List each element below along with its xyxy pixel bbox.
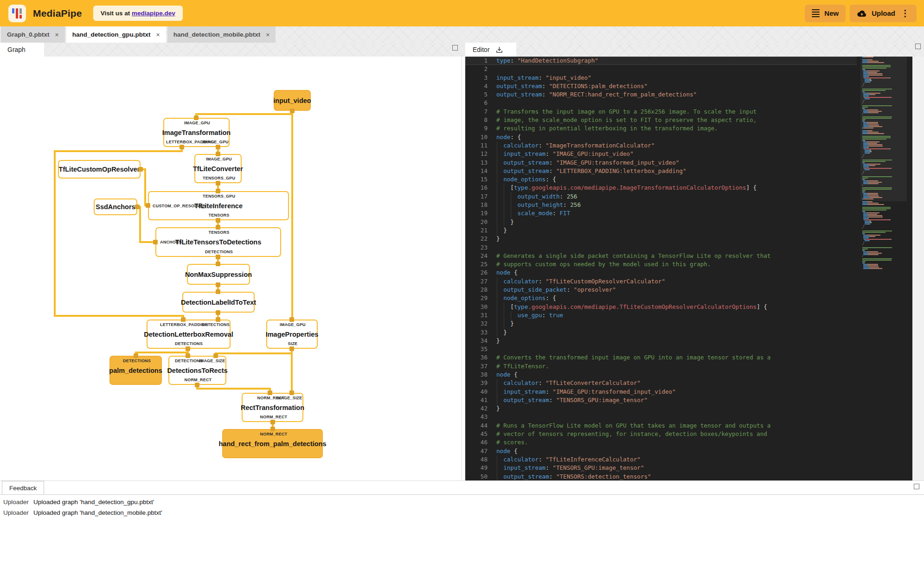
tab-editor[interactable]: Editor bbox=[465, 43, 516, 57]
graph-node-ssd_anchors[interactable]: SsdAnchors bbox=[94, 198, 137, 215]
expand-feedback-panel-icon[interactable] bbox=[914, 484, 919, 489]
file-tab-Graph_0-pbtxt[interactable]: Graph_0.pbtxt× bbox=[1, 26, 65, 43]
code-line-7: 7# Transforms the input image on GPU to … bbox=[465, 108, 857, 116]
graph-node-tflite_inference[interactable]: TfLiteInferenceTENSORS_GPUCUSTOM_OP_RESO… bbox=[148, 191, 289, 220]
code-line-3: 3input_stream: "input_video" bbox=[465, 74, 857, 82]
minimap[interactable] bbox=[862, 57, 905, 480]
port-label: TENSORS_GPU bbox=[203, 176, 235, 180]
graph-node-image_properties[interactable]: ImagePropertiesIMAGE_GPUSIZE bbox=[266, 320, 318, 349]
line-number: 39 bbox=[465, 379, 488, 387]
minimap-line bbox=[862, 215, 905, 216]
line-number: 36 bbox=[465, 353, 488, 362]
code-line-26: 26node { bbox=[465, 269, 857, 277]
graph-node-input_video[interactable]: input_video bbox=[274, 90, 311, 111]
file-tab-hand_detection_gpu-pbtxt[interactable]: hand_detection_gpu.pbtxt× bbox=[66, 26, 166, 43]
node-title: hand_rect_from_palm_detections bbox=[218, 440, 326, 448]
code-line-48: 48 calculator: "TfLiteInferenceCalculato… bbox=[465, 455, 857, 464]
app-header: MediaPipe Visit us at mediapipe.dev New … bbox=[0, 0, 924, 26]
expand-graph-panel-icon[interactable] bbox=[452, 45, 458, 51]
line-number: 20 bbox=[465, 218, 488, 226]
new-button[interactable]: New bbox=[805, 5, 846, 22]
file-tab-hand_detection_mobile-pbtxt[interactable]: hand_detection_mobile.pbtxt× bbox=[167, 26, 276, 43]
graph-node-tflite_tensors_to_detections[interactable]: TfLiteTensorsToDetectionsTENSORSANCHORSD… bbox=[155, 227, 281, 257]
graph-node-non_max_suppression[interactable]: NonMaxSuppression bbox=[187, 264, 250, 285]
minimap-line bbox=[862, 239, 905, 240]
code-line-40: 40 input_stream: "IMAGE_GPU:transformed_… bbox=[465, 388, 857, 396]
upload-menu-kebab-icon[interactable]: ⋮ bbox=[901, 8, 910, 19]
graph-edge bbox=[144, 168, 146, 206]
code-line-22: 22} bbox=[465, 235, 857, 243]
minimap-line bbox=[862, 247, 905, 248]
new-button-label: New bbox=[824, 9, 839, 17]
upload-button[interactable]: Upload ⋮ bbox=[850, 5, 917, 22]
port-label: LETTERBOX_PADDING bbox=[160, 322, 208, 327]
feedback-message: Uploaded graph 'hand_detection_gpu.pbtxt… bbox=[33, 499, 154, 506]
code-line-19: 19 scale_mode: FIT bbox=[465, 209, 857, 218]
line-number: 32 bbox=[465, 320, 488, 328]
download-graph-icon[interactable] bbox=[495, 45, 504, 54]
graph-node-detection_label_id_to_text[interactable]: DetectionLabelIdToText bbox=[182, 292, 255, 313]
line-number: 40 bbox=[465, 388, 488, 396]
code-line-43: 43 bbox=[465, 413, 857, 421]
code-line-25: 25# supports custom ops needed by the mo… bbox=[465, 260, 857, 269]
line-number: 44 bbox=[465, 422, 488, 430]
code-line-18: 18 output_height: 256 bbox=[465, 201, 857, 209]
node-port bbox=[216, 317, 220, 322]
minimap-line bbox=[862, 258, 905, 259]
graph-node-image_transformation[interactable]: ImageTransformationIMAGE_GPULETTERBOX_PA… bbox=[163, 118, 230, 147]
graph-node-tflite_custom_op_resolver[interactable]: TfLiteCustomOpResolver bbox=[58, 160, 141, 179]
graph-node-rect_transformation[interactable]: RectTransformationNORM_RECTIMAGE_SIZENOR… bbox=[242, 393, 303, 422]
close-tab-icon[interactable]: × bbox=[266, 31, 270, 38]
line-number: 11 bbox=[465, 141, 488, 150]
node-title: ImageTransformation bbox=[162, 129, 231, 136]
minimap-line bbox=[862, 267, 905, 268]
minimap-line bbox=[862, 228, 905, 229]
graph-edge bbox=[54, 150, 183, 152]
graph-canvas[interactable]: input_videoImageTransformationIMAGE_GPUL… bbox=[0, 57, 462, 480]
code-area[interactable]: 1type: "HandDetectionSubgraph"23input_st… bbox=[465, 57, 857, 480]
close-tab-icon[interactable]: × bbox=[156, 31, 160, 38]
node-port bbox=[138, 167, 143, 172]
graph-node-tflite_converter[interactable]: TfLiteConverterIMAGE_GPUTENSORS_GPU bbox=[194, 154, 242, 183]
node-port bbox=[180, 145, 184, 149]
app-title: MediaPipe bbox=[33, 8, 82, 19]
close-tab-icon[interactable]: × bbox=[55, 31, 59, 38]
code-line-11: 11 calculator: "ImageTransformationCalcu… bbox=[465, 141, 857, 150]
graph-node-detection_letterbox_removal[interactable]: DetectionLetterboxRemovalLETTERBOX_PADDI… bbox=[147, 320, 231, 349]
feedback-panel: Feedback UploaderUploaded graph 'hand_de… bbox=[0, 480, 924, 576]
graph-node-palm_detections[interactable]: palm_detectionsDETECTIONS bbox=[109, 356, 162, 385]
code-line-32: 32 } bbox=[465, 320, 857, 328]
editor-panel: 1type: "HandDetectionSubgraph"23input_st… bbox=[465, 57, 912, 480]
line-number: 29 bbox=[465, 294, 488, 302]
port-label: TENSORS bbox=[209, 230, 230, 235]
code-line-38: 38node { bbox=[465, 371, 857, 379]
minimap-line bbox=[862, 230, 905, 231]
node-port bbox=[289, 317, 294, 322]
code-line-24: 24# Generates a single side packet conta… bbox=[465, 252, 857, 260]
code-line-33: 33 } bbox=[465, 328, 857, 337]
code-line-49: 49 input_stream: "TENSORS_GPU:image_tens… bbox=[465, 464, 857, 472]
expand-editor-panel-icon[interactable] bbox=[915, 44, 921, 49]
node-port bbox=[289, 390, 294, 395]
minimap-line bbox=[862, 268, 905, 269]
line-number: 9 bbox=[465, 124, 488, 133]
line-number: 37 bbox=[465, 362, 488, 371]
mediapipe-logo-icon bbox=[8, 5, 26, 22]
line-number: 14 bbox=[465, 167, 488, 175]
graph-node-hand_rect_from_palm_detections[interactable]: hand_rect_from_palm_detectionsNORM_RECT bbox=[222, 429, 323, 458]
tab-feedback[interactable]: Feedback bbox=[2, 481, 44, 494]
tab-graph[interactable]: Graph bbox=[0, 43, 44, 57]
file-tab-label: Graph_0.pbtxt bbox=[7, 31, 50, 38]
graph-edge bbox=[291, 348, 293, 394]
code-line-41: 41 output_stream: "TENSORS_GPU:image_ten… bbox=[465, 396, 857, 404]
code-line-8: 8# image, the scale_mode option is set t… bbox=[465, 116, 857, 124]
code-line-44: 44# Runs a TensorFlow Lite model on GPU … bbox=[465, 422, 857, 430]
node-title: TfLiteTensorsToDetections bbox=[175, 238, 262, 246]
port-label: NORM_RECT bbox=[260, 415, 288, 419]
graph-node-detections_to_rects[interactable]: DetectionsToRectsDETECTIONSIMAGE_SIZENOR… bbox=[168, 356, 226, 385]
minimap-line bbox=[862, 254, 905, 255]
minimap-line bbox=[862, 208, 905, 209]
minimap-line bbox=[862, 261, 905, 262]
mediapipe-dev-link[interactable]: mediapipe.dev bbox=[132, 10, 175, 17]
graph-edge bbox=[139, 206, 141, 243]
